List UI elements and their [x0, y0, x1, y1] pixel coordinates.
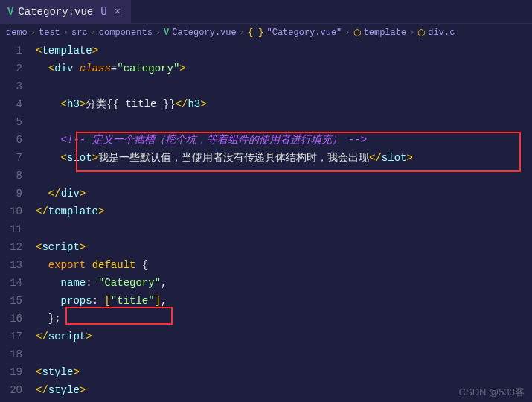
chevron-right-icon: ›: [31, 28, 36, 38]
modified-indicator: U: [100, 6, 106, 18]
chevron-right-icon: ›: [344, 28, 350, 38]
tab-filename: Category.vue: [18, 6, 93, 18]
chevron-right-icon: ›: [91, 28, 96, 38]
breadcrumb[interactable]: demo › test › src › components › V Categ…: [0, 24, 532, 42]
tab-bar: V Category.vue U ×: [0, 0, 532, 24]
breadcrumb-item[interactable]: src: [71, 28, 88, 38]
file-tab[interactable]: V Category.vue U ×: [0, 0, 131, 24]
line-number: 14: [0, 274, 22, 292]
breadcrumb-item[interactable]: div.c: [428, 28, 455, 38]
vue-icon: V: [7, 6, 13, 18]
line-number: 18: [0, 345, 22, 363]
cube-icon: ⬡: [417, 28, 425, 39]
line-number: 2: [0, 60, 22, 77]
line-number: 4: [0, 95, 22, 113]
line-number: 9: [0, 185, 22, 202]
line-number: 7: [0, 149, 22, 167]
vue-icon: V: [164, 28, 169, 38]
close-icon[interactable]: ×: [112, 6, 124, 18]
breadcrumb-item[interactable]: Category.vue: [172, 28, 236, 38]
breadcrumb-item[interactable]: demo: [6, 28, 28, 38]
line-number: 17: [0, 328, 22, 345]
breadcrumb-item[interactable]: components: [99, 28, 153, 38]
line-number: 16: [0, 310, 22, 328]
line-number: 19: [0, 363, 22, 381]
line-number: 11: [0, 220, 22, 238]
line-number: 3: [0, 77, 22, 95]
line-number: 6: [0, 131, 22, 149]
breadcrumb-item[interactable]: test: [39, 28, 60, 38]
line-number: 15: [0, 292, 22, 310]
watermark: CSDN @533客: [459, 386, 525, 399]
line-number: 20: [0, 381, 22, 399]
line-gutter: 1234567891011121314151617181920: [0, 42, 36, 402]
line-number: 1: [0, 42, 22, 60]
cube-icon: ⬡: [353, 28, 361, 39]
chevron-right-icon: ›: [409, 28, 414, 38]
line-number: 8: [0, 167, 22, 185]
code-editor[interactable]: 1234567891011121314151617181920 <templat…: [0, 42, 532, 402]
chevron-right-icon: ›: [240, 28, 245, 38]
breadcrumb-item[interactable]: "Category.vue": [267, 28, 342, 38]
chevron-right-icon: ›: [63, 28, 68, 38]
chevron-right-icon: ›: [156, 28, 161, 38]
breadcrumb-item[interactable]: template: [364, 28, 407, 38]
line-number: 5: [0, 113, 22, 131]
line-number: 13: [0, 256, 22, 274]
line-number: 12: [0, 238, 22, 256]
code-area[interactable]: <template> <div class="category"> <h3>分类…: [36, 42, 532, 402]
line-number: 10: [0, 202, 22, 220]
braces-icon: { }: [248, 28, 264, 38]
